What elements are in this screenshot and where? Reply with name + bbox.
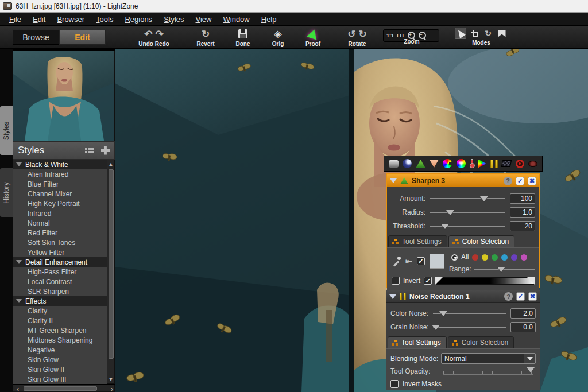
style-group[interactable]: Effects xyxy=(13,296,107,306)
purple-color-dot[interactable] xyxy=(511,254,517,261)
yellow-color-dot[interactable] xyxy=(482,254,488,261)
preview-thumbnail[interactable] xyxy=(13,51,115,141)
menu-tools[interactable]: Tools xyxy=(90,13,119,25)
all-colors-radio[interactable] xyxy=(451,254,458,261)
styles-horizontal-scrollbar[interactable]: ‹ › xyxy=(13,385,115,392)
red-color-dot[interactable] xyxy=(472,254,478,261)
tab-color-selection[interactable]: Color Selection xyxy=(448,336,514,348)
enable-checkbox[interactable]: ✓ xyxy=(516,177,524,185)
revert-button[interactable]: ↻ Revert xyxy=(188,28,223,47)
orig-button[interactable]: ◈ Orig xyxy=(264,28,292,47)
style-item[interactable]: MT Green Sharpen xyxy=(13,325,107,335)
style-item[interactable]: SLR Sharpen xyxy=(13,286,107,296)
menu-browser[interactable]: Browser xyxy=(51,13,90,25)
slider-thumb[interactable] xyxy=(432,325,440,330)
undo-redo-button[interactable]: ↶↷ Undo Redo xyxy=(131,28,177,47)
close-icon[interactable]: ✖ xyxy=(528,292,537,301)
luminosity-enable-checkbox[interactable]: ✓ xyxy=(424,277,432,285)
style-item[interactable]: Negative xyxy=(13,345,107,355)
noise-panel-header[interactable]: Noise Reduction 1 ? ✓ ✖ xyxy=(386,290,540,303)
add-style-icon[interactable] xyxy=(101,146,110,155)
undo-icon[interactable]: ↶ xyxy=(144,29,152,39)
done-button[interactable]: Done xyxy=(229,28,257,47)
color-balance-tool-icon[interactable] xyxy=(457,159,466,168)
help-icon[interactable]: ? xyxy=(504,177,512,185)
style-item[interactable]: Skin Glow III xyxy=(13,374,107,384)
gaussian-blur-tool-icon[interactable] xyxy=(430,160,439,168)
blending-mode-dropdown[interactable]: Normal xyxy=(441,353,536,364)
spot-tool-icon[interactable] xyxy=(516,160,524,168)
enable-checkbox[interactable]: ✓ xyxy=(516,292,525,301)
color-noise-slider[interactable] xyxy=(433,313,506,314)
style-item[interactable]: Channel Mixer xyxy=(13,189,107,199)
tab-tool-settings[interactable]: Tool Settings xyxy=(388,235,447,247)
luminosity-low-handle[interactable] xyxy=(435,277,443,285)
slider-thumb[interactable] xyxy=(441,224,449,229)
magenta-color-dot[interactable] xyxy=(521,254,527,261)
amount-value[interactable]: 100 xyxy=(510,193,535,204)
menu-edit[interactable]: Edit xyxy=(27,13,51,25)
amount-slider[interactable] xyxy=(430,198,505,199)
slider-thumb[interactable] xyxy=(439,311,447,316)
scrollbar-thumb[interactable] xyxy=(109,169,114,359)
list-view-icon[interactable] xyxy=(85,147,94,154)
color-noise-value[interactable]: 2.0 xyxy=(510,308,536,319)
styles-vertical-scrollbar[interactable]: ▲ ▼ xyxy=(107,160,115,384)
eyedropper-icon[interactable] xyxy=(392,257,401,266)
grain-noise-value[interactable]: 0.0 xyxy=(510,322,536,332)
rotate-right-icon[interactable]: ↻ xyxy=(359,29,367,39)
help-icon[interactable]: ? xyxy=(504,292,513,301)
style-group[interactable]: Detail Enhancement xyxy=(13,257,107,267)
rotate-left-icon[interactable]: ↺ xyxy=(347,29,355,39)
slider-thumb[interactable] xyxy=(446,210,454,215)
edit-tab[interactable]: Edit xyxy=(59,30,106,45)
rotate-button[interactable]: ↺↻ Rotate xyxy=(340,28,374,47)
menu-view[interactable]: View xyxy=(190,13,218,25)
style-item[interactable]: Yellow Filter xyxy=(13,247,107,257)
scroll-right-icon[interactable]: › xyxy=(109,385,115,392)
style-item[interactable]: Clarity II xyxy=(13,316,107,325)
scroll-up-icon[interactable]: ▲ xyxy=(108,161,114,167)
green-color-dot[interactable] xyxy=(492,254,498,261)
reset-color-icon[interactable]: ⇤ xyxy=(405,257,412,266)
style-item[interactable]: High-Pass Filter xyxy=(13,267,107,277)
chevron-down-icon[interactable] xyxy=(524,354,535,363)
style-item[interactable]: Clarity xyxy=(13,306,107,316)
style-group[interactable]: Black & White xyxy=(13,160,107,169)
color-swatch[interactable] xyxy=(430,254,444,269)
close-icon[interactable]: ✖ xyxy=(528,177,536,185)
red-eye-tool-icon[interactable] xyxy=(528,161,537,167)
scroll-left-icon[interactable]: ‹ xyxy=(15,385,21,392)
collapse-triangle-icon[interactable] xyxy=(389,294,396,299)
menu-file[interactable]: File xyxy=(3,13,27,25)
window-titlebar[interactable]: 63H_lzn.jpg [63H.jpg] (1:10) - LightZone xyxy=(0,0,588,13)
black-and-white-tool-icon[interactable] xyxy=(478,160,486,168)
relight-tool-icon[interactable] xyxy=(403,159,412,168)
sidebar-tab-history[interactable]: History xyxy=(0,168,13,217)
menu-window[interactable]: Window xyxy=(217,13,255,25)
hue-saturation-tool-icon[interactable] xyxy=(443,159,452,168)
scroll-down-icon[interactable]: ▼ xyxy=(108,377,114,382)
style-item[interactable]: Midtones Sharpening xyxy=(13,335,107,345)
threshold-value[interactable]: 20 xyxy=(510,221,535,231)
browse-tab[interactable]: Browse xyxy=(13,30,59,45)
threshold-slider[interactable] xyxy=(430,226,505,227)
scrollbar-thumb[interactable] xyxy=(24,386,97,391)
zones-tool-icon[interactable] xyxy=(389,160,399,168)
slider-thumb[interactable] xyxy=(497,267,505,272)
collapse-triangle-icon[interactable] xyxy=(390,178,397,183)
style-item[interactable]: Soft Skin Tones xyxy=(13,238,107,247)
style-item[interactable]: Local Contrast xyxy=(13,277,107,286)
menu-help[interactable]: Help xyxy=(256,13,283,25)
style-item[interactable]: Skin Glow II xyxy=(13,364,107,374)
redo-icon[interactable]: ↷ xyxy=(156,29,164,39)
tool-opacity-slider[interactable] xyxy=(443,368,533,375)
invert-checkbox[interactable] xyxy=(392,277,400,285)
luminosity-range-bar[interactable] xyxy=(435,277,535,285)
style-item[interactable]: Red Filter xyxy=(13,228,107,238)
color-enable-checkbox[interactable]: ✓ xyxy=(417,257,425,265)
crop-mode-button[interactable] xyxy=(469,28,480,39)
invert-masks-checkbox[interactable] xyxy=(390,380,399,388)
style-item[interactable]: Infrared xyxy=(13,208,107,218)
style-item[interactable]: High Key Portrait xyxy=(13,199,107,208)
